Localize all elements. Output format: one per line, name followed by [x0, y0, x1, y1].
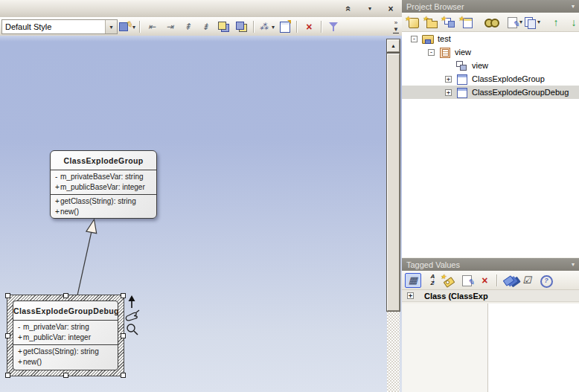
- new-model-button[interactable]: ★: [405, 15, 421, 30]
- quick-linker-hand-icon: [126, 310, 139, 321]
- zoom-icon: [127, 324, 138, 335]
- align-top-button[interactable]: ⇞: [179, 19, 196, 34]
- star-badge-icon: ★: [441, 13, 447, 25]
- visibility-marker: +: [13, 332, 23, 343]
- panel-menu-icon[interactable]: ▾: [572, 261, 575, 268]
- move-down-button[interactable]: ↓: [566, 15, 579, 30]
- project-browser-caption[interactable]: Project Browser ▾: [402, 0, 579, 13]
- bring-to-front-icon: [217, 21, 230, 33]
- star-badge-icon: ★: [423, 13, 429, 25]
- member-row: +getClass(String): string: [51, 196, 156, 207]
- member-text: getClass(String): string: [23, 347, 118, 357]
- class-icon: [456, 88, 467, 97]
- align-bottom-button[interactable]: ⇟: [197, 19, 214, 34]
- filter-button[interactable]: [325, 19, 342, 34]
- send-to-back-button[interactable]: [233, 19, 249, 34]
- new-diagram-icon: ★: [443, 16, 455, 28]
- copy-button[interactable]: ▾: [524, 15, 540, 30]
- tree-item-test[interactable]: -test: [402, 32, 579, 45]
- tagged-values-caption[interactable]: Tagged Values ▾: [402, 258, 579, 271]
- tag-options-button[interactable]: ☑: [519, 273, 535, 288]
- scroll-up-button[interactable]: ▲: [387, 39, 400, 52]
- panel-menu-icon[interactable]: ▾: [572, 3, 575, 10]
- toolbar-separator: [296, 21, 297, 33]
- bring-to-front-button[interactable]: [215, 19, 231, 34]
- sort-az-button[interactable]: ↓: [423, 273, 439, 288]
- filter-icon: [327, 21, 340, 33]
- chevron-down-icon[interactable]: ▾: [519, 19, 522, 25]
- tree-item-classexplodegroupdebug[interactable]: +ClassExplodeGroupDebug: [402, 86, 579, 99]
- resize-handle-nw[interactable]: [5, 293, 10, 298]
- new-package-button[interactable]: ★: [423, 15, 439, 30]
- resize-handle-sw[interactable]: [5, 373, 10, 378]
- class-title: ClassExplodeGroupDebug: [13, 301, 118, 321]
- collapse-expander-icon[interactable]: -: [428, 49, 435, 56]
- scrollbar-thumb[interactable]: [387, 54, 400, 311]
- close-button[interactable]: ×: [383, 1, 399, 16]
- tree-item-view-package[interactable]: -view: [402, 45, 579, 59]
- diagram-editor-pane: « ▾ × Default Style▾▾⇤⇥⇞⇟⁂▾× » ▼ ClassEx…: [0, 0, 402, 392]
- chevron-down-icon[interactable]: ▾: [272, 24, 275, 30]
- edit-button[interactable]: ▾: [506, 15, 522, 30]
- find-in-browser-button[interactable]: [482, 15, 499, 30]
- column-divider[interactable]: [487, 303, 488, 392]
- new-diagram-button[interactable]: ★: [441, 15, 457, 30]
- project-browser-toolbar: ★★★★▾▾↑↓: [402, 13, 579, 32]
- tags-button[interactable]: [501, 273, 517, 288]
- resize-handle-w[interactable]: [5, 333, 10, 338]
- collapse-toolbar-button[interactable]: «: [341, 1, 357, 16]
- expander-icon[interactable]: +: [407, 292, 414, 299]
- diagram-canvas[interactable]: ClassExplodeGroup -m_privateBaseVar: str…: [0, 36, 402, 392]
- resize-handle-s[interactable]: [63, 373, 68, 378]
- resize-handle-e[interactable]: [121, 333, 126, 338]
- panel-title: Project Browser: [406, 2, 572, 11]
- class-title: ClassExplodeGroup: [51, 151, 156, 170]
- chevron-down-icon[interactable]: ▾: [537, 19, 540, 25]
- toolbar-overflow-button[interactable]: » ▼: [391, 19, 401, 34]
- edit-tag-button[interactable]: [458, 273, 475, 288]
- canvas-vertical-scrollbar[interactable]: ▲: [387, 39, 400, 392]
- style-combo-value: Default Style: [2, 22, 105, 31]
- toolbar-separator: [321, 21, 322, 33]
- resize-handle-ne[interactable]: [121, 293, 126, 298]
- hierarchy-button[interactable]: ⁂▾: [257, 19, 275, 34]
- project-browser-tree: -test-view+view+ClassExplodeGroup+ClassE…: [402, 32, 579, 257]
- triangle-up-icon: ▲: [391, 43, 396, 48]
- toolbar-options-icon: ▼: [393, 26, 399, 33]
- collapse-expander-icon[interactable]: -: [411, 36, 418, 42]
- tagged-values-grid[interactable]: [402, 303, 579, 392]
- align-right-button[interactable]: ⇥: [161, 19, 178, 34]
- properties-button[interactable]: [276, 19, 292, 34]
- resize-handle-se[interactable]: [121, 373, 126, 378]
- chevron-down-icon[interactable]: ▾: [105, 20, 117, 33]
- tree-item-classexplodegroup[interactable]: +ClassExplodeGroup: [402, 72, 579, 86]
- edit-icon: [506, 16, 518, 28]
- member-row: -m_privateBaseVar: string: [51, 172, 156, 182]
- member-row: -m_privateVar: string: [13, 322, 118, 332]
- new-tag-button[interactable]: ★: [441, 273, 457, 288]
- new-element-icon: ★: [461, 16, 473, 28]
- selection-frame[interactable]: ClassExplodeGroupDebug -m_privateVar: st…: [7, 295, 124, 376]
- show-grouped-button[interactable]: ▦: [405, 273, 421, 288]
- chevron-down-icon[interactable]: ▾: [132, 24, 135, 30]
- align-left-button[interactable]: ⇤: [144, 19, 160, 34]
- delete-tag-button[interactable]: ×: [476, 273, 493, 288]
- expand-expander-icon[interactable]: +: [445, 89, 452, 96]
- edit-tag-icon: [461, 274, 473, 286]
- expand-expander-icon[interactable]: +: [445, 76, 452, 83]
- help-button[interactable]: [537, 273, 553, 288]
- member-text: new(): [60, 207, 156, 217]
- toolbar-menu-button[interactable]: ▾: [362, 1, 378, 16]
- resize-handle-n[interactable]: [63, 293, 68, 298]
- tagged-values-root-row[interactable]: + Class (ClassExp: [402, 290, 579, 302]
- move-up-button[interactable]: ↑: [548, 15, 564, 30]
- new-element-button[interactable]: ★: [458, 15, 475, 30]
- class-icon: [456, 74, 467, 84]
- save-style-button[interactable]: ▾: [118, 19, 135, 34]
- class-box-classexplodegroup[interactable]: ClassExplodeGroup -m_privateBaseVar: str…: [50, 150, 157, 219]
- class-box-classexplodegroupdebug[interactable]: ClassExplodeGroupDebug -m_privateVar: st…: [13, 301, 118, 370]
- tree-item-view-diagram[interactable]: +view: [402, 59, 579, 72]
- send-to-back-icon: [235, 21, 248, 33]
- style-combo[interactable]: Default Style▾: [1, 19, 118, 34]
- delete-button[interactable]: ×: [301, 19, 317, 34]
